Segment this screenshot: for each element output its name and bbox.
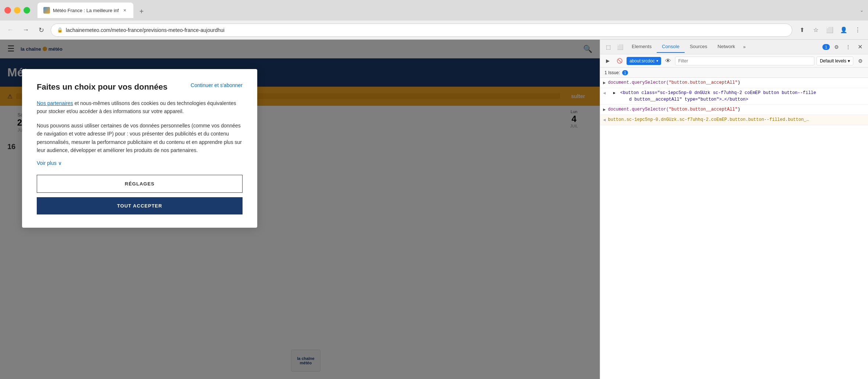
- address-bar[interactable]: 🔒 lachainemeteo.com/meteo-france/previsi…: [51, 24, 792, 37]
- cookie-modal: Faites un choix pour vos données Continu…: [22, 69, 257, 228]
- devtools-panel: ⬚ ⬜ Elements Console Sources Network » 1…: [600, 40, 868, 379]
- modal-title: Faites un choix pour vos données: [37, 82, 168, 92]
- modal-backdrop: Faites un choix pour vos données Continu…: [0, 40, 600, 379]
- menu-icon[interactable]: ⋮: [852, 24, 864, 36]
- console-text-4: button.sc-1epc5np-0.dnGUzk.sc-f7uhhq-2.c…: [608, 116, 865, 123]
- console-line-4[interactable]: ◀ button.sc-1epc5np-0.dnGUzk.sc-f7uhhq-2…: [600, 115, 868, 125]
- title-bar: Météo France : La meilleure inf ✕ + ⌄: [0, 0, 868, 21]
- back-arrow-4: ◀: [603, 116, 606, 123]
- tabs-area: Météo France : La meilleure inf ✕ +: [37, 3, 856, 18]
- tab-close-button[interactable]: ✕: [122, 7, 128, 13]
- levels-arrow-icon: ▾: [848, 58, 850, 64]
- maximize-button[interactable]: [24, 7, 30, 14]
- browser-window: Météo France : La meilleure inf ✕ + ⌄ ← …: [0, 0, 868, 379]
- console-text-3: document.querySelector("button.button__a…: [608, 106, 865, 113]
- continue-link[interactable]: Continuer et s'abonner: [191, 82, 243, 88]
- devtools-tabs: Elements Console Sources Network »: [627, 41, 821, 53]
- back-button[interactable]: ←: [4, 24, 16, 36]
- browser-toolbar: ← → ↻ 🔒 lachainemeteo.com/meteo-france/p…: [0, 21, 868, 40]
- issues-label: 1 Issue:: [605, 70, 620, 75]
- url-text: lachainemeteo.com/meteo-france/prevision…: [66, 27, 786, 33]
- active-tab[interactable]: Météo France : La meilleure inf ✕: [37, 3, 133, 18]
- bookmark-icon[interactable]: ☆: [810, 24, 822, 36]
- context-arrow-icon: ▾: [656, 59, 658, 63]
- toolbar-actions: ⬆ ☆ ⬜ 👤 ⋮: [796, 24, 864, 36]
- eye-icon[interactable]: 👁: [663, 56, 673, 66]
- modal-paragraph-1: Nos partenaires et nous-mêmes utilisons …: [37, 99, 243, 116]
- modal-header: Faites un choix pour vos données Continu…: [37, 82, 243, 92]
- modal-paragraph-2: Nous pouvons aussi utiliser certaines de…: [37, 122, 243, 155]
- filter-input[interactable]: [675, 57, 814, 65]
- reader-view-icon[interactable]: ⬜: [824, 24, 836, 36]
- partners-link[interactable]: Nos partenaires: [37, 100, 73, 106]
- console-toolbar: ▶ 🚫 about:srcdoc ▾ 👁 Default levels ▾ ⚙: [600, 54, 868, 68]
- reload-button[interactable]: ↻: [35, 24, 47, 36]
- more-tabs-button[interactable]: »: [740, 43, 749, 51]
- profile-icon[interactable]: 👤: [838, 24, 850, 36]
- run-icon[interactable]: ▶: [603, 56, 613, 66]
- issues-bar: 1 Issue: 1: [600, 68, 868, 78]
- console-line-3[interactable]: ▶ document.querySelector("button.button_…: [600, 105, 868, 115]
- tab-expand-button[interactable]: ⌄: [860, 8, 864, 13]
- expand-arrow-1[interactable]: ▶: [603, 79, 606, 86]
- modal-body: Nos partenaires et nous-mêmes utilisons …: [37, 99, 243, 154]
- minimize-button[interactable]: [14, 7, 21, 14]
- expand-arrow-3[interactable]: ▶: [603, 106, 606, 112]
- devtools-action-icons: 1 ⚙ ⋮ ✕: [822, 42, 865, 52]
- console-output: ▶ document.querySelector("button.button_…: [600, 78, 868, 379]
- expand-tri-2[interactable]: [613, 90, 618, 96]
- close-button[interactable]: [4, 7, 11, 14]
- devtools-toolbar: ⬚ ⬜ Elements Console Sources Network » 1…: [600, 40, 868, 54]
- traffic-lights: [4, 7, 30, 14]
- share-icon[interactable]: ⬆: [796, 24, 808, 36]
- forward-button[interactable]: →: [20, 24, 32, 36]
- context-selector[interactable]: about:srcdoc ▾: [627, 57, 661, 65]
- accept-button[interactable]: TOUT ACCEPTER: [37, 197, 243, 214]
- console-line-1[interactable]: ▶ document.querySelector("button.button_…: [600, 78, 868, 88]
- new-tab-button[interactable]: +: [135, 5, 148, 18]
- tab-sources[interactable]: Sources: [685, 41, 713, 53]
- console-text-1: document.querySelector("button.button__a…: [608, 79, 865, 86]
- main-content: ☰ la chaîne météo 🔍 Mét ⚠ sulter Sam 2: [0, 40, 868, 379]
- tab-title: Météo France : La meilleure inf: [53, 8, 119, 13]
- website-area: ☰ la chaîne météo 🔍 Mét ⚠ sulter Sam 2: [0, 40, 600, 379]
- settings-button[interactable]: RÉGLAGES: [37, 175, 243, 193]
- device-icon[interactable]: ⬜: [615, 42, 625, 52]
- devtools-settings-icon[interactable]: ⚙: [831, 42, 842, 52]
- devtools-more-icon[interactable]: ⋮: [843, 42, 853, 52]
- issue-count-badge: 1: [622, 70, 628, 75]
- tab-elements[interactable]: Elements: [627, 41, 657, 53]
- cursor-icon[interactable]: ⬚: [603, 42, 613, 52]
- lock-icon: 🔒: [57, 27, 63, 33]
- console-text-2: <button class="sc-1epc5np-0 dnGUzk sc-f7…: [608, 90, 865, 103]
- clear-console-icon[interactable]: 🚫: [615, 56, 624, 66]
- console-settings-icon[interactable]: ⚙: [856, 56, 865, 66]
- voir-plus-link[interactable]: Voir plus ∨: [37, 160, 243, 166]
- console-line-2[interactable]: ◀ <button class="sc-1epc5np-0 dnGUzk sc-…: [600, 88, 868, 105]
- tab-network[interactable]: Network: [713, 41, 740, 53]
- devtools-close-button[interactable]: ✕: [855, 42, 865, 52]
- tab-console[interactable]: Console: [657, 41, 685, 53]
- tab-favicon: [43, 7, 50, 14]
- back-arrow-2: ◀: [603, 90, 606, 96]
- levels-selector[interactable]: Default levels ▾: [817, 57, 853, 65]
- issues-badge: 1: [822, 44, 830, 50]
